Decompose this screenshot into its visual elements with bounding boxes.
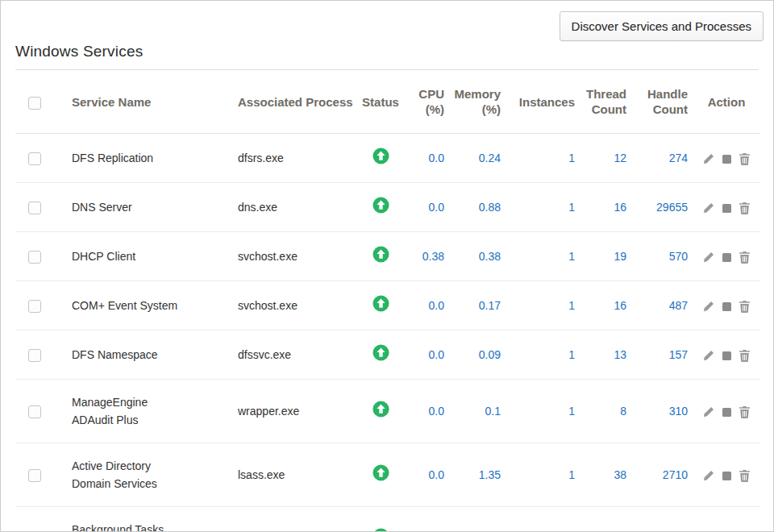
row-checkbox[interactable] [28, 469, 41, 482]
action-cell [693, 507, 760, 532]
cpu-value: 0.38 [404, 232, 449, 281]
edit-icon[interactable] [703, 251, 714, 263]
status-up-icon [372, 197, 389, 214]
edit-icon[interactable] [703, 406, 714, 418]
cpu-value: 0.0 [404, 380, 449, 443]
col-status: Status [357, 70, 404, 134]
row-checkbox[interactable] [28, 202, 41, 214]
stop-icon[interactable] [722, 253, 731, 262]
associated-process: dfssvc.exe [222, 330, 357, 380]
associated-process: lsass.exe [222, 443, 357, 507]
edit-icon[interactable] [703, 350, 714, 361]
col-cpu: CPU (%) [404, 70, 449, 134]
page-title: Windows Services [15, 43, 759, 60]
service-name: DFS Namespace [52, 330, 222, 380]
row-checkbox[interactable] [28, 405, 41, 418]
thread-count-value: 13 [580, 330, 631, 380]
associated-process: wrapper.exe [222, 380, 357, 443]
col-action: Action [693, 70, 760, 134]
edit-icon[interactable] [703, 301, 714, 312]
stop-icon[interactable] [722, 472, 731, 480]
handle-count-value: 319 [631, 507, 693, 532]
instances-value: 1 [506, 281, 580, 330]
col-thread-count: Thread Count [580, 70, 631, 134]
handle-count-value: 570 [631, 232, 693, 281]
service-name: ManageEngine ADAudit Plus [52, 380, 222, 443]
instances-value: 1 [506, 380, 580, 443]
windows-services-page: Discover Services and Processes Windows … [1, 1, 773, 532]
thread-count-value: 16 [580, 183, 631, 232]
instances-value: 1 [506, 232, 580, 281]
associated-process: dns.exe [222, 183, 357, 232]
service-name: DNS Server [52, 183, 222, 232]
table-row: COM+ Event Systemsvchost.exe0.00.1711648… [15, 281, 760, 330]
status-cell [357, 443, 404, 507]
edit-icon[interactable] [703, 202, 714, 214]
row-checkbox[interactable] [28, 349, 41, 362]
row-checkbox[interactable] [28, 300, 41, 313]
delete-icon[interactable] [739, 251, 750, 264]
associated-process: svchost.exe [222, 507, 357, 532]
associated-process: svchost.exe [222, 232, 357, 281]
edit-icon[interactable] [703, 153, 714, 164]
status-up-icon [372, 401, 389, 418]
table-row: DFS Namespacedfssvc.exe0.00.09113157 [15, 330, 760, 380]
status-cell [357, 232, 404, 281]
thread-count-value: 19 [580, 232, 631, 281]
row-checkbox-cell [15, 330, 52, 380]
discover-services-button[interactable]: Discover Services and Processes [560, 11, 764, 41]
stop-icon[interactable] [722, 408, 731, 417]
row-checkbox[interactable] [28, 152, 41, 165]
delete-icon[interactable] [739, 470, 750, 482]
row-checkbox-cell [15, 232, 52, 281]
action-cell [693, 380, 760, 443]
delete-icon[interactable] [739, 153, 750, 165]
edit-icon[interactable] [703, 470, 714, 481]
status-cell [357, 507, 404, 532]
cpu-value: 0.0 [404, 281, 449, 330]
row-checkbox-cell [15, 443, 52, 507]
row-checkbox-cell [15, 507, 52, 532]
delete-icon[interactable] [739, 350, 750, 362]
row-checkbox-cell [15, 281, 52, 330]
services-table: Service Name Associated Process Status C… [15, 70, 760, 532]
col-instances: Instances [506, 70, 580, 134]
delete-icon[interactable] [739, 406, 750, 418]
memory-value: 1.35 [449, 443, 506, 507]
instances-value: 1 [506, 443, 580, 507]
select-all-checkbox[interactable] [28, 97, 41, 110]
memory-value: 0.17 [449, 281, 506, 330]
memory-value: 0.88 [449, 183, 506, 232]
col-handle-count: Handle Count [631, 70, 693, 134]
thread-count-value: 8 [580, 380, 631, 443]
stop-icon[interactable] [722, 155, 731, 164]
handle-count-value: 29655 [631, 183, 693, 232]
cpu-value: 0.0 [404, 183, 449, 232]
status-up-icon [372, 344, 389, 361]
instances-value: 1 [506, 183, 580, 232]
stop-icon[interactable] [722, 351, 731, 360]
status-up-icon [372, 148, 389, 164]
service-name: Active Directory Domain Services [52, 443, 222, 507]
service-name: Background Tasks Infrastructure Service [52, 507, 222, 532]
action-cell [693, 443, 760, 507]
thread-count-value: 38 [580, 443, 631, 507]
handle-count-value: 487 [631, 281, 693, 330]
delete-icon[interactable] [739, 202, 750, 214]
instances-value: 1 [506, 330, 580, 380]
status-cell [357, 281, 404, 330]
row-checkbox[interactable] [28, 251, 41, 264]
status-up-icon [372, 295, 389, 312]
status-up-icon [372, 464, 389, 481]
table-row: DHCP Clientsvchost.exe0.380.38119570 [15, 232, 760, 281]
col-memory: Memory (%) [449, 70, 506, 134]
memory-value: 0.09 [449, 330, 506, 380]
cpu-value: 0.0 [404, 507, 449, 532]
cpu-value: 0.0 [404, 134, 449, 183]
stop-icon[interactable] [722, 302, 731, 311]
cpu-value: 0.0 [404, 443, 449, 507]
cpu-value: 0.0 [404, 330, 449, 380]
title-row: Windows Services [15, 43, 759, 70]
delete-icon[interactable] [739, 301, 750, 313]
stop-icon[interactable] [722, 204, 731, 213]
